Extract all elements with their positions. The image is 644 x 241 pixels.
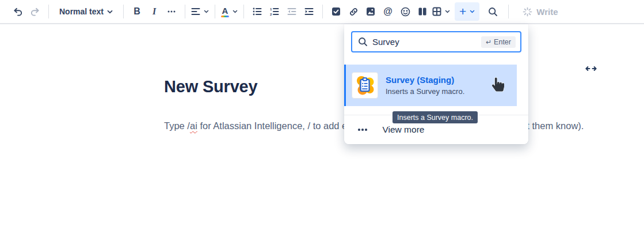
rainbow-bar — [221, 16, 229, 17]
toolbar-divider — [215, 5, 215, 18]
result-title: Survey (Staging) — [386, 75, 464, 85]
page-title[interactable]: New Survey — [164, 77, 257, 96]
outdent-icon — [287, 7, 296, 16]
numbered-list-icon: 12 — [270, 7, 279, 16]
emoji-icon — [401, 7, 410, 17]
toolbar-divider — [322, 5, 323, 18]
task-list-icon — [331, 7, 341, 16]
toolbar-divider — [508, 5, 509, 18]
text-color-dropdown[interactable]: A — [220, 2, 239, 21]
bold-button[interactable]: B — [128, 2, 146, 21]
emoji-button[interactable] — [397, 2, 414, 21]
macro-result-list: Survey (Staging) Inserts a Survey macro. — [344, 59, 528, 111]
mouse-cursor — [492, 77, 504, 94]
macro-search-input[interactable] — [372, 37, 481, 47]
align-icon — [191, 7, 200, 16]
more-formatting-icon — [167, 7, 176, 16]
clipboard — [361, 78, 369, 91]
page-width-toggle-button[interactable] — [584, 63, 598, 74]
write-label: Write — [536, 7, 558, 17]
svg-text:2: 2 — [270, 12, 272, 16]
search-icon — [358, 37, 368, 47]
macro-tooltip: Inserts a Survey macro. — [393, 111, 478, 123]
toolbar-divider — [243, 5, 244, 18]
macro-search-box[interactable]: ↵ Enter — [351, 31, 521, 52]
toolbar-divider — [123, 5, 124, 18]
chevron-down-icon — [204, 10, 209, 13]
align-dropdown[interactable] — [190, 2, 210, 21]
hint-misspelled: ai — [190, 120, 197, 131]
toolbar-divider — [48, 5, 49, 18]
undo-icon — [12, 6, 24, 17]
svg-text:1: 1 — [270, 7, 272, 11]
numbered-list-button[interactable]: 12 — [266, 2, 283, 21]
insert-dropdown[interactable]: + — [455, 2, 479, 21]
image-icon — [366, 7, 375, 16]
ai-icon — [523, 7, 532, 17]
italic-icon: I — [153, 6, 156, 17]
outdent-button[interactable] — [283, 2, 300, 21]
bullet-list-icon — [253, 7, 262, 16]
layout-icon — [418, 7, 427, 16]
chevron-down-icon — [107, 10, 113, 14]
result-text: Survey (Staging) Inserts a Survey macro. — [386, 75, 464, 96]
chevron-down-icon — [445, 10, 450, 13]
bullet-list-button[interactable] — [249, 2, 266, 21]
task-list-button[interactable] — [327, 2, 345, 21]
text-style-label: Normal text — [59, 7, 104, 16]
redo-button[interactable] — [26, 2, 44, 21]
table-icon — [432, 7, 441, 16]
hint-pre: Type / — [164, 120, 190, 131]
plus-icon: + — [459, 5, 466, 17]
text-color-icon: A — [221, 6, 229, 17]
return-key-icon: ↵ — [486, 38, 491, 46]
table-dropdown[interactable] — [431, 2, 451, 21]
write-button[interactable]: Write — [521, 2, 559, 21]
search-button[interactable] — [484, 2, 501, 21]
search-icon — [488, 7, 498, 17]
italic-button[interactable]: I — [146, 2, 163, 21]
layout-button[interactable] — [414, 2, 431, 21]
text-style-dropdown[interactable]: Normal text — [54, 2, 119, 21]
editor-toolbar: Normal text B I A — [0, 0, 644, 24]
more-formatting-button[interactable] — [163, 2, 180, 21]
undo-button[interactable] — [9, 2, 26, 21]
view-more-label: View more — [383, 125, 425, 135]
chevron-down-icon — [470, 10, 475, 13]
toolbar-divider — [185, 5, 185, 18]
result-description: Inserts a Survey macro. — [386, 87, 464, 96]
link-button[interactable] — [345, 2, 362, 21]
mention-icon: @ — [383, 6, 393, 17]
macro-result-survey-staging[interactable]: Survey (Staging) Inserts a Survey macro. — [344, 65, 517, 106]
image-button[interactable] — [362, 2, 379, 21]
insert-menu: ↵ Enter — [344, 24, 528, 144]
ellipsis-icon — [358, 129, 367, 131]
redo-icon — [29, 6, 41, 17]
survey-macro-icon — [352, 72, 378, 99]
indent-button[interactable] — [300, 2, 318, 21]
enter-key-hint: ↵ Enter — [481, 36, 516, 48]
expand-width-icon — [585, 65, 597, 73]
link-icon — [349, 7, 359, 17]
bold-icon: B — [134, 6, 140, 17]
mention-button[interactable]: @ — [379, 2, 397, 21]
indent-icon — [304, 7, 314, 16]
chevron-down-icon — [233, 10, 238, 13]
